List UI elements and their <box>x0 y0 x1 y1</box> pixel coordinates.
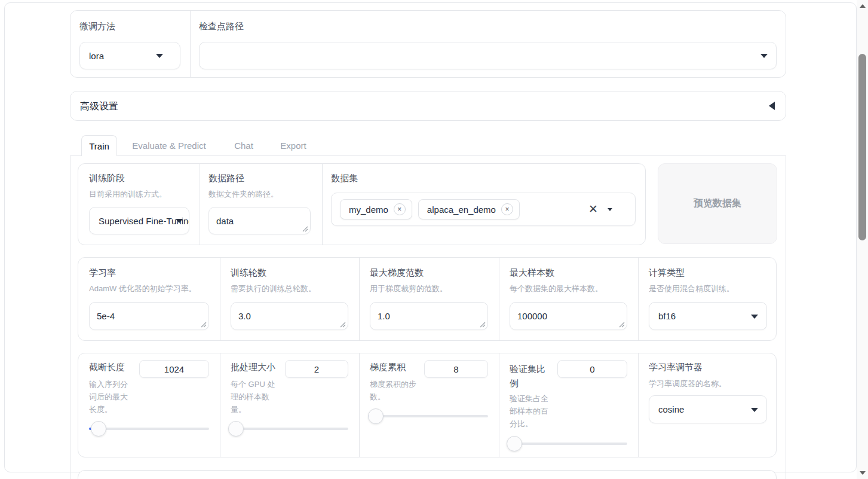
advanced-settings-label: 高级设置 <box>80 91 118 121</box>
stage-dropdown[interactable]: Supervised Fine-Tuning <box>89 207 189 234</box>
data-dir-input[interactable]: data <box>208 207 311 234</box>
chevron-down-icon <box>751 315 758 319</box>
tab-export[interactable]: Export <box>266 135 320 155</box>
form-divider <box>638 258 639 340</box>
form-divider <box>190 11 191 77</box>
resize-handle-icon[interactable] <box>201 322 207 328</box>
scrollbar-thumb[interactable] <box>858 54 866 240</box>
dataset-multiselect[interactable]: my_demo × alpaca_en_demo × ✕ <box>331 193 636 226</box>
checkpoint-path-dropdown[interactable] <box>199 42 777 69</box>
scroll-up-icon[interactable] <box>860 4 866 8</box>
learning-rate-value: 5e-4 <box>97 311 115 321</box>
grad-accum-info: 梯度累积的步数。 <box>370 378 420 403</box>
finetune-method-label: 微调方法 <box>79 21 115 32</box>
cutoff-len-value: 1024 <box>164 364 184 374</box>
grad-accum-slider-handle[interactable] <box>368 408 384 424</box>
val-size-input[interactable]: 0 <box>557 360 627 378</box>
compute-type-dropdown[interactable]: bf16 <box>649 302 767 330</box>
dataset-chip[interactable]: alpaca_en_demo × <box>418 199 520 219</box>
advanced-settings-accordion[interactable]: 高级设置 <box>70 91 786 121</box>
cutoff-len-slider-handle[interactable] <box>91 421 106 437</box>
grad-accum-input[interactable]: 8 <box>424 360 488 378</box>
dataset-chip-text: alpaca_en_demo <box>427 205 496 215</box>
learning-rate-input[interactable]: 5e-4 <box>89 302 209 330</box>
val-size-label: 验证集比例 <box>510 362 550 390</box>
max-grad-norm-value: 1.0 <box>378 311 390 321</box>
scroll-down-icon[interactable] <box>860 471 866 475</box>
batch-size-slider[interactable] <box>229 428 348 430</box>
dataset-label: 数据集 <box>331 173 358 184</box>
chevron-down-icon <box>751 408 758 412</box>
epochs-value: 3.0 <box>238 311 251 321</box>
preview-dataset-button[interactable]: 预览数据集 <box>658 163 777 244</box>
form-divider <box>499 258 499 340</box>
compute-type-label: 计算类型 <box>649 267 685 279</box>
cutoff-len-slider[interactable] <box>89 428 209 430</box>
llama-board-page: 微调方法 lora 检查点路径 高级设置 Train Evaluate & Pr… <box>0 0 868 479</box>
max-samples-input[interactable]: 100000 <box>510 302 627 330</box>
finetune-method-dropdown[interactable]: lora <box>79 42 180 69</box>
dataset-chip-text: my_demo <box>349 205 388 215</box>
clear-all-icon[interactable]: ✕ <box>588 202 598 216</box>
val-size-slider-handle[interactable] <box>507 436 522 451</box>
lr-scheduler-info: 学习率调度器的名称。 <box>649 377 726 390</box>
data-dir-label: 数据路径 <box>208 173 244 184</box>
tab-evaluate-predict[interactable]: Evaluate & Predict <box>117 135 221 155</box>
remove-chip-icon[interactable]: × <box>501 203 513 215</box>
chevron-down-icon <box>760 54 768 58</box>
epochs-input[interactable]: 3.0 <box>231 302 348 330</box>
lr-scheduler-dropdown[interactable]: cosine <box>649 395 767 423</box>
learning-rate-label: 学习率 <box>89 267 116 279</box>
max-grad-norm-info: 用于梯度裁剪的范数。 <box>370 282 447 295</box>
grad-accum-value: 8 <box>453 364 458 374</box>
form-divider <box>499 353 499 457</box>
chevron-down-icon <box>176 219 183 223</box>
batch-size-label: 批处理大小 <box>231 362 278 373</box>
form-divider <box>220 353 220 457</box>
max-grad-norm-input[interactable]: 1.0 <box>370 302 488 330</box>
resize-handle-icon[interactable] <box>340 322 346 328</box>
lr-scheduler-label: 学习率调节器 <box>649 362 703 373</box>
data-dir-value: data <box>216 216 234 226</box>
dataset-chip[interactable]: my_demo × <box>340 199 412 219</box>
grad-accum-slider[interactable] <box>368 415 488 417</box>
epochs-info: 需要执行的训练总轮数。 <box>231 282 316 295</box>
checkpoint-path-label: 检查点路径 <box>199 21 244 32</box>
batch-size-input[interactable]: 2 <box>285 360 348 378</box>
max-samples-value: 100000 <box>517 311 547 321</box>
stage-label: 训练阶段 <box>89 173 125 184</box>
resize-handle-icon[interactable] <box>480 322 486 328</box>
max-grad-norm-label: 最大梯度范数 <box>370 267 424 279</box>
batch-size-value: 2 <box>314 364 319 374</box>
tab-chat-label: Chat <box>234 141 253 151</box>
tab-train-label: Train <box>89 141 109 151</box>
form-divider <box>359 353 360 457</box>
data-dir-info: 数据文件夹的路径。 <box>208 188 278 200</box>
resize-handle-icon[interactable] <box>619 322 625 328</box>
chevron-down-icon <box>156 54 163 58</box>
accordion-collapse-icon[interactable] <box>769 102 775 110</box>
tab-panel-border-left <box>70 156 70 479</box>
compute-type-info: 是否使用混合精度训练。 <box>649 282 734 295</box>
lr-scheduler-value: cosine <box>658 404 684 414</box>
page-scrollbar[interactable] <box>857 0 868 479</box>
chevron-down-icon[interactable] <box>608 208 612 211</box>
tab-train[interactable]: Train <box>81 135 117 156</box>
finetune-method-value: lora <box>89 51 104 61</box>
val-size-info: 验证集占全部样本的百分比。 <box>510 392 554 430</box>
remove-chip-icon[interactable]: × <box>394 203 406 215</box>
compute-type-value: bf16 <box>658 311 676 321</box>
form-divider <box>322 164 323 245</box>
val-size-value: 0 <box>590 364 594 374</box>
tab-nav-underline <box>70 155 786 156</box>
resize-handle-icon[interactable] <box>302 226 308 232</box>
tab-export-label: Export <box>280 141 306 151</box>
form-divider <box>638 353 639 457</box>
learning-rate-info: AdamW 优化器的初始学习率。 <box>89 282 197 295</box>
batch-size-slider-handle[interactable] <box>228 421 244 437</box>
tab-panel-border-right <box>786 156 786 479</box>
cutoff-len-input[interactable]: 1024 <box>139 360 209 378</box>
val-size-slider[interactable] <box>508 443 627 445</box>
tab-chat[interactable]: Chat <box>221 135 266 155</box>
stage-info: 目前采用的训练方式。 <box>89 188 167 200</box>
